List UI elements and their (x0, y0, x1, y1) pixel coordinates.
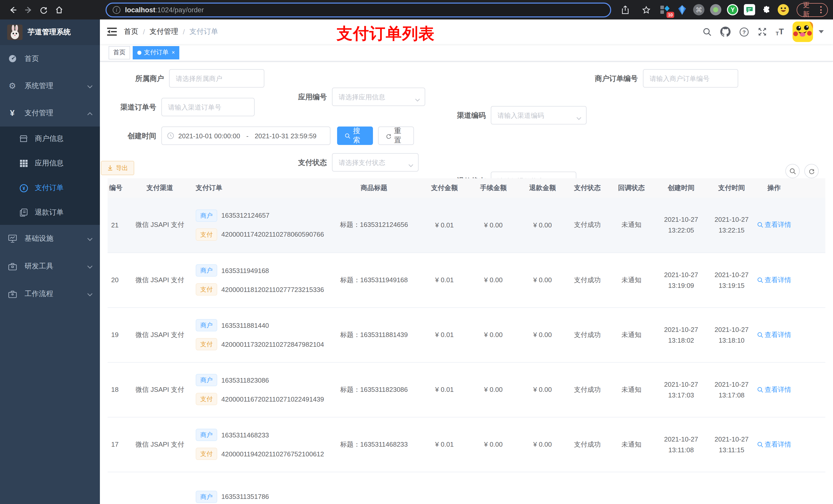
profile-emoji-icon[interactable] (778, 4, 789, 15)
browser-home-icon[interactable] (51, 2, 67, 18)
avatar[interactable] (792, 22, 813, 42)
view-detail-link[interactable]: 查看详情 (757, 440, 791, 449)
browser-back-icon[interactable] (5, 2, 21, 18)
merchant-tag: 商户 (196, 374, 217, 386)
col-paid: 支付时间 (707, 178, 756, 198)
breadcrumb-section[interactable]: 支付管理 (149, 27, 178, 37)
font-size-icon[interactable]: TT (776, 27, 784, 37)
sidebar-collapse-icon[interactable] (100, 20, 124, 44)
order-id: 19 (111, 331, 119, 339)
sidebar-item-app-info[interactable]: 应用信息 (0, 151, 100, 176)
table-row: 18 微信 JSAPI 支付 商户 1635311823086 支付 42000… (108, 362, 825, 417)
github-icon[interactable] (720, 27, 731, 37)
bookmark-star-icon[interactable] (639, 2, 654, 18)
sidebar-item-infra[interactable]: 基础设施 (0, 225, 100, 253)
reset-button-label: 重置 (394, 126, 406, 145)
navbar-actions: ? TT (703, 22, 833, 42)
extension-chat-icon[interactable] (744, 4, 755, 15)
extensions-puzzle-icon[interactable] (761, 4, 772, 15)
merchant-tag: 商户 (196, 490, 217, 503)
site-info-icon[interactable]: i (113, 6, 120, 14)
app-select[interactable] (332, 88, 425, 106)
app-title: 芋道管理系统 (28, 28, 71, 37)
pay-tag: 支付 (196, 283, 217, 295)
browser-update-button[interactable]: 更新 (797, 3, 828, 17)
pay-submenu: 商户信息 应用信息 ¥ 支付订单 (0, 126, 100, 225)
col-refund: 退款金额 (518, 178, 567, 198)
sidebar-item-system[interactable]: ⚙ 系统管理 (0, 72, 100, 99)
pay-status-select[interactable] (332, 153, 419, 172)
share-icon[interactable] (618, 2, 633, 18)
avatar-caret-icon[interactable] (819, 30, 824, 33)
grid-icon (19, 160, 29, 167)
admin-app: 芋道管理系统 首页 ⚙ 系统管理 ¥ 支 (0, 20, 833, 504)
page-annotation: 支付订单列表 (337, 23, 435, 45)
help-icon[interactable]: ? (739, 27, 749, 37)
sidebar-item-pay[interactable]: ¥ 支付管理 (0, 99, 100, 126)
app-logo[interactable]: 芋道管理系统 (0, 20, 100, 45)
filter-label: 所属商户 (135, 69, 164, 88)
breadcrumb-separator: / (183, 28, 185, 36)
date-range-picker[interactable]: 2021-10-01 00:00:00 - 2021-10-31 23:59:5… (161, 126, 330, 145)
extension-command-icon[interactable]: ⌘ (693, 4, 705, 15)
tab-close-icon[interactable]: × (172, 50, 175, 55)
col-filler (792, 178, 825, 198)
gear-icon: ⚙ (7, 81, 18, 91)
col-fee: 手续金额 (469, 178, 518, 198)
address-bar[interactable]: i localhost:1024/pay/order (105, 2, 612, 17)
reset-button[interactable]: 重置 (378, 126, 414, 145)
sidebar-item-label: 应用信息 (35, 159, 64, 168)
extension-y-icon[interactable]: Y (727, 4, 738, 15)
header-search-icon[interactable] (703, 27, 712, 36)
browser-forward-icon[interactable] (21, 2, 36, 18)
sidebar-item-label: 商户信息 (35, 134, 64, 143)
fee-amount: ¥ 0.00 (469, 253, 518, 307)
view-detail-link[interactable]: 查看详情 (757, 220, 791, 230)
channel-code-select[interactable] (491, 106, 587, 124)
merchant-select[interactable] (169, 69, 264, 88)
browser-menu-dots-icon[interactable] (820, 6, 822, 13)
pay-amount: ¥ 0.01 (420, 307, 469, 362)
url-path: :1024/pay/order (156, 6, 204, 14)
tab-pay-order[interactable]: 支付订单 × (133, 46, 180, 59)
fee-amount: ¥ 0.00 (469, 417, 518, 472)
sidebar-item-dev-tools[interactable]: 研发工具 (0, 253, 100, 280)
fee-amount: ¥ 0.00 (469, 198, 518, 253)
created-time: 2021-10-2713:11:08 (655, 417, 707, 472)
search-button[interactable]: 搜索 (337, 126, 373, 145)
sidebar-item-home[interactable]: 首页 (0, 45, 100, 72)
svg-text:?: ? (743, 29, 746, 35)
extension-green-dot-icon[interactable] (710, 4, 721, 15)
extension-gem-icon[interactable] (676, 4, 688, 15)
yen-icon: ¥ (7, 108, 18, 118)
tab-home[interactable]: 首页 (109, 46, 130, 59)
channel-pay-no: 4200001181202110277723215336 (221, 286, 324, 293)
sidebar-item-pay-order[interactable]: ¥ 支付订单 (0, 176, 100, 200)
search-button-label: 搜索 (353, 126, 365, 145)
toggle-search-button[interactable] (785, 164, 800, 178)
sidebar-item-merchant-info[interactable]: 商户信息 (0, 126, 100, 151)
pay-tag: 支付 (196, 393, 217, 405)
merchant-order-no-input[interactable] (643, 69, 738, 88)
pay-status: 支付成功 (567, 307, 608, 362)
sidebar-item-workflow[interactable]: 工作流程 (0, 280, 100, 308)
notify-status: 未通知 (608, 417, 655, 472)
breadcrumb-home[interactable]: 首页 (124, 27, 138, 37)
view-detail-link[interactable]: 查看详情 (757, 385, 791, 394)
refresh-table-button[interactable] (804, 164, 819, 178)
product-title: 标题：1635311823086 (328, 362, 420, 417)
screen: i localhost:1024/pay/order 10 ⌘ (0, 0, 833, 504)
view-detail-link[interactable]: 查看详情 (757, 275, 791, 285)
view-detail-link[interactable]: 查看详情 (757, 330, 791, 339)
export-button[interactable]: 导出 (101, 161, 134, 175)
browser-reload-icon[interactable] (36, 2, 51, 18)
sidebar-item-refund-order[interactable]: 退款订单 (0, 200, 100, 225)
sidebar-menu: 首页 ⚙ 系统管理 ¥ 支付管理 (0, 45, 100, 308)
pay-channel: 微信 JSAPI 支付 (129, 307, 191, 362)
filter-label: 渠道编码 (457, 106, 486, 124)
url-host: localhost (125, 6, 156, 14)
extension-tabs-icon[interactable]: 10 (660, 4, 671, 15)
channel-order-no-input[interactable] (161, 98, 255, 116)
fullscreen-icon[interactable] (758, 27, 767, 37)
magnifier-icon (757, 332, 763, 338)
